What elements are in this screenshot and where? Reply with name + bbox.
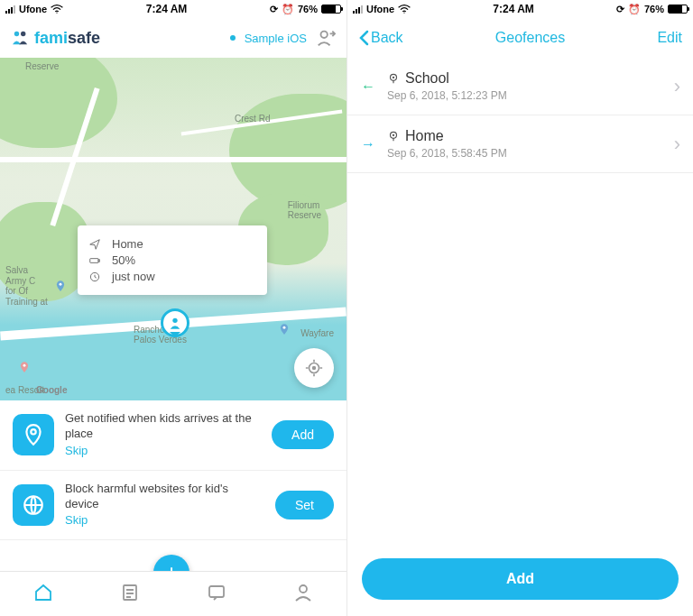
tab-home[interactable] <box>32 582 54 607</box>
webfilter-card: Block harmful websites for kid's device … <box>0 471 346 541</box>
rotation-lock-icon: ⟳ <box>270 4 278 15</box>
logo-icon <box>11 30 31 46</box>
svg-point-12 <box>313 367 316 370</box>
card-text: Block harmful websites for kid's device <box>65 482 264 512</box>
enter-arrow-icon: ← <box>360 78 376 95</box>
tab-reports[interactable] <box>119 582 141 607</box>
signal-icon <box>5 5 15 14</box>
svg-point-18 <box>403 12 404 13</box>
switch-profile-icon[interactable] <box>316 28 336 48</box>
google-attribution: Google <box>36 385 67 395</box>
svg-point-10 <box>172 318 177 323</box>
svg-point-6 <box>23 364 26 367</box>
signal-icon <box>353 5 363 14</box>
svg-point-4 <box>60 283 62 286</box>
page-title: Geofences <box>495 30 565 46</box>
app-header: famisafe Sample iOS <box>0 18 346 58</box>
skip-link[interactable]: Skip <box>65 513 88 529</box>
tab-profile[interactable] <box>292 582 314 607</box>
svg-point-13 <box>31 429 35 434</box>
geofences-screen: Ufone 7:24 AM ⟳ ⏰ 76% Back Geofences Edi… <box>346 0 693 616</box>
popup-battery: 50% <box>112 253 135 267</box>
rotation-lock-icon: ⟳ <box>616 4 624 15</box>
set-button[interactable]: Set <box>275 491 334 519</box>
svg-point-17 <box>300 585 307 593</box>
popup-place: Home <box>112 237 143 251</box>
map-poi-pin <box>278 323 291 336</box>
add-geofence-button[interactable]: Add <box>362 558 679 600</box>
globe-shield-icon <box>13 484 54 526</box>
map-screen: Ufone 7:24 AM ⟳ ⏰ 76% famisafe Sample iO… <box>0 0 346 616</box>
battery-icon <box>668 5 688 14</box>
tab-messages[interactable] <box>206 582 227 607</box>
suggestion-cards: Get notified when kids arrives at the pl… <box>0 400 346 540</box>
device-selector[interactable]: Sample iOS <box>245 32 307 45</box>
nav-arrow-icon <box>88 238 101 251</box>
wifi-icon <box>51 5 63 14</box>
poi-icon <box>387 130 400 143</box>
leave-arrow-icon: → <box>360 136 376 152</box>
map-label: Wayfare <box>300 328 334 338</box>
battery-icon <box>88 254 101 267</box>
battery-pct: 76% <box>298 4 318 14</box>
battery-pct: 76% <box>644 4 664 14</box>
device-status-dot <box>230 35 236 41</box>
clock: 7:24 AM <box>146 3 188 15</box>
chevron-left-icon <box>358 30 369 46</box>
geofence-notify-card: Get notified when kids arrives at the pl… <box>0 400 346 471</box>
svg-point-3 <box>321 32 328 38</box>
chevron-right-icon: › <box>674 133 680 156</box>
location-popup: Home 50% just now <box>78 225 267 295</box>
geofence-timestamp: Sep 6, 2018, 5:12:23 PM <box>387 89 663 102</box>
alarm-icon: ⏰ <box>628 4 641 15</box>
geofence-row[interactable]: ← School Sep 6, 2018, 5:12:23 PM › <box>347 58 693 115</box>
geofence-timestamp: Sep 6, 2018, 5:58:45 PM <box>387 147 663 160</box>
svg-point-1 <box>14 32 19 36</box>
svg-point-5 <box>283 326 286 329</box>
map-label: Reserve <box>25 61 59 71</box>
nav-bar: Back Geofences Edit <box>347 18 693 58</box>
svg-point-0 <box>56 12 57 13</box>
battery-icon <box>321 5 341 14</box>
svg-rect-7 <box>90 258 98 262</box>
geofence-row[interactable]: → Home Sep 6, 2018, 5:58:45 PM › <box>347 115 693 173</box>
geofence-name: Home <box>405 128 444 144</box>
edit-button[interactable]: Edit <box>657 30 682 46</box>
carrier-label: Ufone <box>366 4 394 14</box>
map-label: Filiorum Reserve <box>288 200 321 220</box>
svg-point-2 <box>21 32 25 36</box>
map-view[interactable]: Reserve Crest Rd Filiorum Reserve Salva … <box>0 58 346 400</box>
map-label: Salva Army C for Of Training at <box>5 265 48 307</box>
geofence-pin-icon <box>13 414 54 455</box>
status-bar: Ufone 7:24 AM ⟳ ⏰ 76% <box>0 0 346 18</box>
map-poi-pin <box>18 361 31 373</box>
user-location-marker[interactable] <box>161 308 189 337</box>
geofence-name: School <box>405 70 449 87</box>
wifi-icon <box>398 5 411 14</box>
skip-link[interactable]: Skip <box>65 444 88 459</box>
geofence-list: ← School Sep 6, 2018, 5:12:23 PM › → Hom… <box>347 58 693 173</box>
svg-point-22 <box>393 134 394 136</box>
popup-time: just now <box>112 270 155 283</box>
clock: 7:24 AM <box>493 3 534 15</box>
add-button[interactable]: Add <box>272 420 334 449</box>
back-button[interactable]: Back <box>358 30 403 46</box>
map-poi-pin <box>54 280 67 292</box>
clock-icon <box>88 271 101 283</box>
poi-icon <box>387 72 400 85</box>
map-label: Crest Rd <box>235 114 270 124</box>
status-bar: Ufone 7:24 AM ⟳ ⏰ 76% <box>347 0 693 18</box>
app-logo: famisafe <box>11 29 100 48</box>
svg-point-20 <box>393 77 394 78</box>
carrier-label: Ufone <box>19 4 47 14</box>
alarm-icon: ⏰ <box>282 4 294 15</box>
svg-rect-8 <box>98 259 99 261</box>
card-text: Get notified when kids arrives at the pl… <box>65 411 261 442</box>
chevron-right-icon: › <box>674 75 680 98</box>
recenter-button[interactable] <box>294 348 334 388</box>
tab-bar <box>0 571 346 616</box>
